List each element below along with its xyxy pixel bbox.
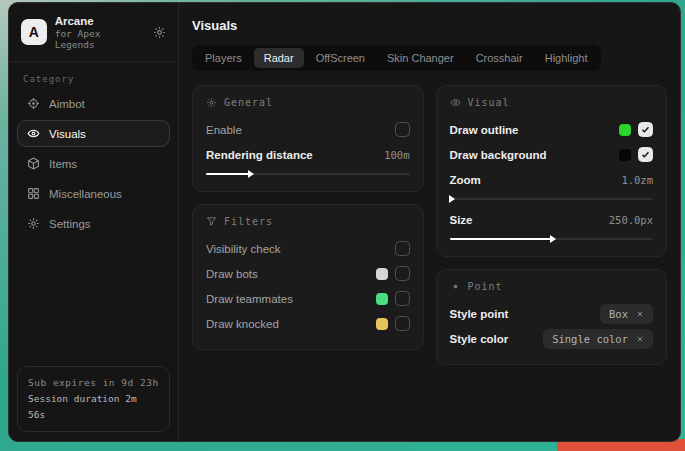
sidebar-item-visuals[interactable]: Visuals bbox=[17, 120, 170, 147]
app-logo: A bbox=[21, 19, 47, 45]
slider-track bbox=[450, 238, 654, 240]
draw-bots-label: Draw bots bbox=[206, 268, 258, 280]
sidebar-item-label: Settings bbox=[49, 218, 91, 230]
size-value: 250.0px bbox=[609, 214, 653, 226]
sidebar: A Arcane for Apex Legends Category Aimbo… bbox=[9, 3, 179, 441]
visual-panel-title: Visual bbox=[450, 97, 654, 108]
zoom-label: Zoom bbox=[450, 174, 481, 186]
close-icon[interactable] bbox=[636, 310, 644, 318]
right-column: Visual Draw outline Draw background bbox=[436, 85, 668, 365]
draw-outline-color-swatch[interactable] bbox=[619, 124, 631, 136]
draw-background-label: Draw background bbox=[450, 149, 547, 161]
draw-bots-color-swatch[interactable] bbox=[376, 268, 388, 280]
draw-outline-row: Draw outline bbox=[450, 117, 654, 142]
dot-icon bbox=[450, 281, 461, 292]
app-window: A Arcane for Apex Legends Category Aimbo… bbox=[8, 2, 681, 442]
filters-panel-title: Filters bbox=[206, 216, 410, 227]
tab-players[interactable]: Players bbox=[195, 48, 252, 68]
sidebar-header: A Arcane for Apex Legends bbox=[9, 3, 178, 62]
visibility-check-row: Visibility check bbox=[206, 236, 410, 261]
draw-bots-checkbox[interactable] bbox=[395, 266, 410, 281]
eye-scan-icon bbox=[27, 127, 40, 140]
point-panel: Point Style point Box Style color bbox=[436, 269, 668, 365]
style-point-row: Style point Box bbox=[450, 301, 654, 326]
draw-knocked-label: Draw knocked bbox=[206, 318, 279, 330]
style-color-chip-text: Single color bbox=[552, 333, 628, 345]
enable-checkbox[interactable] bbox=[395, 122, 410, 137]
draw-knocked-checkbox[interactable] bbox=[395, 316, 410, 331]
filters-panel-label: Filters bbox=[224, 216, 273, 227]
zoom-value: 1.0zm bbox=[621, 174, 653, 186]
draw-bots-row: Draw bots bbox=[206, 261, 410, 286]
draw-teammates-color-swatch[interactable] bbox=[376, 293, 388, 305]
app-subtitle: for Apex Legends bbox=[55, 28, 145, 50]
rendering-distance-value: 100m bbox=[384, 149, 409, 161]
app-name: Arcane bbox=[55, 14, 145, 28]
rendering-distance-row: Rendering distance 100m bbox=[206, 142, 410, 167]
page-title: Visuals bbox=[192, 18, 667, 33]
tab-offscreen[interactable]: OffScreen bbox=[306, 48, 375, 68]
main-content: Visuals Players Radar OffScreen Skin Cha… bbox=[179, 3, 680, 441]
style-point-chip[interactable]: Box bbox=[600, 304, 653, 324]
draw-teammates-label: Draw teammates bbox=[206, 293, 293, 305]
session-duration-text: Session duration 2m 56s bbox=[28, 391, 159, 423]
gear-icon bbox=[27, 217, 40, 230]
draw-outline-checkbox[interactable] bbox=[638, 122, 653, 137]
category-label: Category bbox=[9, 62, 178, 88]
sidebar-item-settings[interactable]: Settings bbox=[17, 210, 170, 237]
draw-knocked-color-swatch[interactable] bbox=[376, 318, 388, 330]
settings-icon[interactable] bbox=[153, 26, 166, 39]
crosshair-icon bbox=[27, 97, 40, 110]
sidebar-item-label: Miscellaneous bbox=[49, 188, 122, 200]
funnel-icon bbox=[206, 216, 217, 227]
draw-teammates-row: Draw teammates bbox=[206, 286, 410, 311]
radar-settings: General Enable Rendering distance 100m bbox=[192, 85, 667, 365]
subscription-info-box: Sub expires in 9d 23h Session duration 2… bbox=[17, 366, 170, 432]
sub-expires-text: Sub expires in 9d 23h bbox=[28, 375, 159, 391]
zoom-slider[interactable] bbox=[450, 194, 654, 203]
tab-crosshair[interactable]: Crosshair bbox=[466, 48, 533, 68]
size-label: Size bbox=[450, 214, 473, 226]
enable-label: Enable bbox=[206, 124, 242, 136]
sidebar-nav: Aimbot Visuals Items Miscellaneous bbox=[9, 88, 178, 239]
enable-row: Enable bbox=[206, 117, 410, 142]
sidebar-item-miscellaneous[interactable]: Miscellaneous bbox=[17, 180, 170, 207]
draw-knocked-row: Draw knocked bbox=[206, 311, 410, 336]
point-panel-title: Point bbox=[450, 281, 654, 292]
rendering-distance-label: Rendering distance bbox=[206, 149, 313, 161]
sidebar-item-label: Visuals bbox=[49, 128, 86, 140]
tab-radar[interactable]: Radar bbox=[254, 48, 304, 68]
style-color-chip[interactable]: Single color bbox=[543, 329, 653, 349]
general-panel-label: General bbox=[224, 97, 273, 108]
sidebar-item-aimbot[interactable]: Aimbot bbox=[17, 90, 170, 117]
general-panel: General Enable Rendering distance 100m bbox=[192, 85, 424, 192]
style-point-label: Style point bbox=[450, 308, 509, 320]
sidebar-item-items[interactable]: Items bbox=[17, 150, 170, 177]
visuals-tabbar: Players Radar OffScreen Skin Changer Cro… bbox=[192, 45, 601, 71]
style-point-chip-text: Box bbox=[609, 308, 628, 320]
sidebar-item-label: Items bbox=[49, 158, 77, 170]
left-column: General Enable Rendering distance 100m bbox=[192, 85, 424, 350]
grid-icon bbox=[27, 187, 40, 200]
draw-background-color-swatch[interactable] bbox=[619, 149, 631, 161]
visibility-check-checkbox[interactable] bbox=[395, 241, 410, 256]
visual-panel-label: Visual bbox=[468, 97, 510, 108]
draw-background-row: Draw background bbox=[450, 142, 654, 167]
filters-panel: Filters Visibility check Draw bots bbox=[192, 204, 424, 350]
tab-skin-changer[interactable]: Skin Changer bbox=[377, 48, 464, 68]
box-icon bbox=[27, 157, 40, 170]
app-identity: Arcane for Apex Legends bbox=[55, 14, 145, 50]
slider-track bbox=[206, 173, 410, 175]
draw-teammates-checkbox[interactable] bbox=[395, 291, 410, 306]
visibility-check-label: Visibility check bbox=[206, 243, 281, 255]
slider-track bbox=[450, 198, 654, 200]
close-icon[interactable] bbox=[636, 335, 644, 343]
draw-outline-label: Draw outline bbox=[450, 124, 519, 136]
slider-fill bbox=[206, 173, 249, 175]
style-color-row: Style color Single color bbox=[450, 326, 654, 351]
style-color-label: Style color bbox=[450, 333, 509, 345]
rendering-distance-slider[interactable] bbox=[206, 169, 410, 178]
draw-background-checkbox[interactable] bbox=[638, 147, 653, 162]
tab-highlight[interactable]: Highlight bbox=[535, 48, 598, 68]
size-slider[interactable] bbox=[450, 234, 654, 243]
